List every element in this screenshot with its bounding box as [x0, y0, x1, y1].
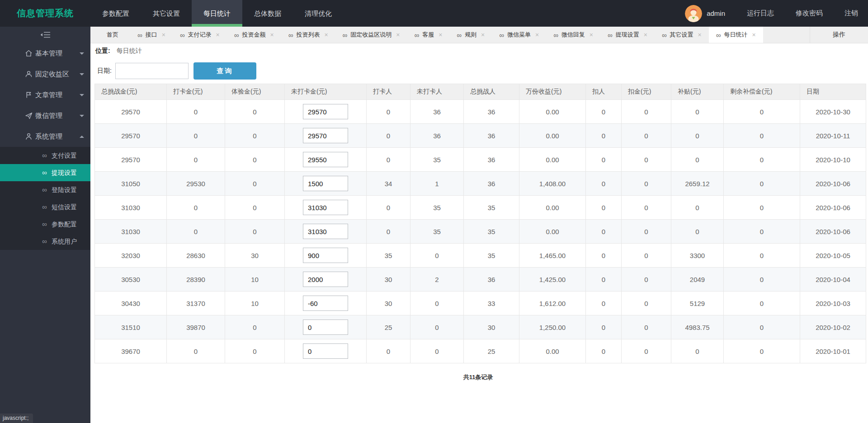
close-icon[interactable]: × — [481, 31, 485, 38]
table-cell: 0 — [724, 100, 800, 124]
nav-item[interactable]: 参数配置 — [90, 0, 141, 27]
tab-item[interactable]: ∞每日统计× — [709, 27, 763, 43]
column-header: 日期 — [800, 84, 866, 100]
table-cell — [285, 220, 367, 244]
close-icon[interactable]: × — [644, 31, 647, 38]
sidebar-group[interactable]: 固定收益区 — [0, 64, 90, 85]
table-cell: 1,612.00 — [519, 291, 586, 315]
column-header: 扣金(元) — [622, 84, 671, 100]
username[interactable]: admin — [707, 9, 725, 17]
unpunched-amount-input[interactable] — [303, 248, 348, 263]
table-cell: 0 — [586, 172, 622, 196]
table-cell: 31030 — [95, 220, 167, 244]
date-input[interactable] — [115, 63, 189, 79]
close-icon[interactable]: × — [698, 31, 702, 38]
tab-item[interactable]: ∞规则× — [449, 27, 492, 43]
table-cell: 3300 — [671, 244, 724, 268]
nav-item[interactable]: 清理优化 — [293, 0, 344, 27]
nav-item[interactable]: 总体数据 — [242, 0, 293, 27]
tab-item[interactable]: ∞客服× — [407, 27, 449, 43]
tab-item[interactable]: ∞微信菜单× — [492, 27, 546, 43]
navbar-link[interactable]: 运行日志 — [747, 9, 774, 17]
app-logo[interactable]: 信息管理系统 — [0, 0, 90, 27]
sidebar-group[interactable]: 文章管理 — [0, 85, 90, 105]
nav-item[interactable]: 每日统计 — [192, 0, 242, 27]
table-cell: 0 — [724, 291, 800, 315]
table-cell: 0 — [622, 196, 671, 220]
table-cell: 2020-10-06 — [800, 196, 866, 220]
tab-label: 接口 — [146, 31, 157, 39]
close-icon[interactable]: × — [752, 31, 756, 38]
sidebar-item[interactable]: ∞提现设置 — [0, 164, 90, 181]
table-cell: 0 — [671, 100, 724, 124]
tab-label: 每日统计 — [724, 31, 748, 39]
tab-item[interactable]: ∞其它设置× — [655, 27, 709, 43]
sidebar-group[interactable]: 基本管理 — [0, 43, 90, 64]
table-cell: 29530 — [167, 172, 225, 196]
tab-item[interactable]: ∞投资列表× — [281, 27, 335, 43]
tab-item[interactable]: ∞固定收益区说明× — [335, 27, 407, 43]
table-cell: 0 — [724, 315, 800, 339]
unpunched-amount-input[interactable] — [303, 104, 348, 119]
sidebar-item-label: 参数配置 — [52, 221, 77, 228]
unpunched-amount-input[interactable] — [303, 320, 348, 335]
close-icon[interactable]: × — [324, 31, 328, 38]
sidebar-group[interactable]: 系统管理 — [0, 126, 90, 147]
table-row: 305302839010302361,425.0000204902020-10-… — [95, 268, 866, 291]
close-icon[interactable]: × — [590, 31, 593, 38]
unpunched-amount-input[interactable] — [303, 152, 348, 167]
table-cell: 0 — [225, 196, 285, 220]
sidebar-item[interactable]: ∞登陆设置 — [0, 181, 90, 198]
sidebar-item[interactable]: ∞参数配置 — [0, 216, 90, 233]
browser-status-bar: javascript:; — [0, 414, 33, 423]
table-cell: 0 — [622, 268, 671, 291]
navbar-link[interactable]: 注销 — [844, 9, 858, 17]
column-header: 未打卡金(元) — [285, 84, 367, 100]
unpunched-amount-input[interactable] — [303, 272, 348, 287]
table-cell: 2020-10-06 — [800, 172, 866, 196]
tab-item[interactable]: ∞支付记录× — [173, 27, 227, 43]
unpunched-amount-input[interactable] — [303, 200, 348, 215]
table-cell: 35 — [464, 244, 519, 268]
sidebar-collapse-button[interactable] — [0, 27, 90, 43]
table-row: 2957000035360.0000002020-10-10 — [95, 148, 866, 172]
sidebar-item[interactable]: ∞短信设置 — [0, 198, 90, 216]
tab-item[interactable]: ∞投资金额× — [227, 27, 281, 43]
user-avatar[interactable] — [685, 5, 702, 22]
table-cell: 1,408.00 — [519, 172, 586, 196]
table-cell: 36 — [464, 148, 519, 172]
table-cell: 0 — [724, 244, 800, 268]
link-icon: ∞ — [499, 31, 504, 39]
close-icon[interactable]: × — [216, 31, 220, 38]
tab-bar: 首页∞接口×∞支付记录×∞投资金额×∞投资列表×∞固定收益区说明×∞客服×∞规则… — [90, 27, 868, 43]
sidebar-group[interactable]: 微信管理 — [0, 105, 90, 126]
table-header-row: 总挑战金(元)打卡金(元)体验金(元)未打卡金(元)打卡人未打卡人总挑战人万份收… — [95, 84, 866, 100]
sidebar-item[interactable]: ∞支付设置 — [0, 147, 90, 164]
close-icon[interactable]: × — [396, 31, 400, 38]
table-cell: 0 — [586, 220, 622, 244]
close-icon[interactable]: × — [439, 31, 442, 38]
tab-item[interactable]: ∞接口× — [130, 27, 173, 43]
nav-item[interactable]: 其它设置 — [141, 0, 192, 27]
close-icon[interactable]: × — [162, 31, 165, 38]
unpunched-amount-input[interactable] — [303, 343, 348, 359]
close-icon[interactable]: × — [270, 31, 274, 38]
table-row: 320302863030350351,465.0000330002020-10-… — [95, 244, 866, 268]
tab-item[interactable]: ∞提现设置× — [600, 27, 655, 43]
sidebar-item[interactable]: ∞系统用户 — [0, 233, 90, 250]
unpunched-amount-input[interactable] — [303, 224, 348, 239]
tab-actions-button[interactable]: 操作 — [810, 27, 868, 43]
unpunched-amount-input[interactable] — [303, 296, 348, 311]
sidebar-item-label: 支付设置 — [52, 152, 77, 159]
table-cell: 35 — [410, 220, 464, 244]
table-cell: 0 — [671, 148, 724, 172]
close-icon[interactable]: × — [535, 31, 539, 38]
tab-item[interactable]: 首页 — [95, 27, 130, 43]
table-cell: 0 — [367, 339, 410, 363]
table-cell: 0 — [622, 244, 671, 268]
tab-item[interactable]: ∞微信回复× — [546, 27, 600, 43]
unpunched-amount-input[interactable] — [303, 176, 348, 191]
unpunched-amount-input[interactable] — [303, 128, 348, 143]
search-button[interactable]: 查询 — [193, 62, 256, 80]
navbar-link[interactable]: 修改密码 — [796, 9, 823, 17]
